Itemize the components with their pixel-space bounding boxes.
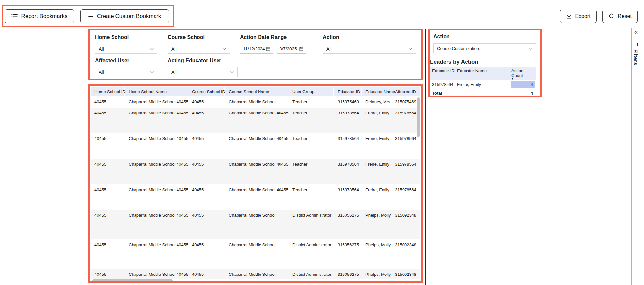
report-bookmarks-button[interactable]: Report Bookmarks — [5, 9, 74, 23]
table-cell: 315978564 — [334, 159, 362, 184]
create-custom-bookmark-label: Create Custom Bookmark — [97, 13, 161, 20]
table-cell: 315978564 — [391, 184, 417, 210]
table-cell: Chaparral Middle School 40455 — [125, 184, 188, 210]
chevron-down-icon — [150, 71, 154, 73]
start-date-value: 11/12/2024 — [243, 46, 265, 51]
affected-user-label: Affected User — [95, 58, 129, 64]
filters-pane-label[interactable]: Filters — [633, 49, 639, 65]
column-header[interactable]: Educator Name — [457, 67, 511, 80]
acting-educator-user-value: All — [171, 70, 177, 75]
table-cell: Phelps, Molly — [362, 210, 391, 239]
side-action-dropdown[interactable]: Course Customization — [433, 43, 536, 53]
table-cell: 40455 — [91, 159, 125, 184]
table-cell: Chaparral Middle School 40455 — [125, 239, 188, 269]
column-header[interactable]: Affected ID — [391, 87, 417, 96]
table-cell: 40455 — [188, 159, 225, 184]
acting-educator-user-label: Acting Educator User — [168, 58, 221, 64]
table-row[interactable]: 40455Chaparral Middle School 4045540455C… — [91, 210, 420, 239]
end-date-value: 8/7/2025 — [280, 46, 297, 51]
end-date-input[interactable]: 8/7/2025 — [277, 44, 306, 54]
table-cell: 40455 — [91, 133, 125, 159]
table-horizontal-scrollbar[interactable] — [92, 279, 173, 282]
table-row[interactable]: 40455Chaparral Middle School 4045540455C… — [91, 184, 420, 210]
table-cell: 315978564 — [391, 159, 417, 184]
table-cell: Chaparral Middle School 40455 — [125, 96, 188, 108]
table-cell: 315978564 — [334, 184, 362, 210]
table-cell: Chaparral Middle School 40455 — [225, 133, 288, 159]
reset-button[interactable]: Reset — [602, 10, 638, 23]
table-cell: 315978564 — [334, 133, 362, 159]
table-row[interactable]: 40455Chaparral Middle School 4045540455C… — [91, 269, 420, 279]
table-vertical-scrollbar[interactable] — [417, 97, 420, 137]
chevron-down-icon — [150, 48, 154, 50]
table-row[interactable]: 315978564 Freire, Emily 4 — [430, 80, 536, 89]
table-cell: 40455 — [188, 96, 225, 108]
column-header[interactable]: User Group — [288, 87, 334, 96]
course-school-dropdown[interactable]: All — [168, 44, 230, 54]
table-cell: Freire, Emily — [362, 133, 391, 159]
reset-label: Reset — [618, 13, 632, 19]
table-row[interactable]: 40455Chaparral Middle School 4045540455C… — [91, 96, 420, 108]
table-cell: Freire, Emily — [362, 184, 391, 210]
side-action-label: Action — [433, 34, 450, 40]
table-cell: 315978564 — [334, 108, 362, 133]
create-custom-bookmark-button[interactable]: Create Custom Bookmark — [80, 9, 169, 23]
total-value: 4 — [511, 91, 536, 96]
table-cell: Chaparral Middle School — [225, 210, 288, 239]
column-header[interactable]: Course School Name — [225, 87, 288, 96]
course-school-value: All — [171, 46, 177, 51]
table-cell: Chaparral Middle School 40455 — [225, 108, 288, 133]
table-cell: Chaparral Middle School 40455 — [225, 184, 288, 210]
table-cell: 40455 — [91, 96, 125, 108]
affected-user-dropdown[interactable]: All — [95, 67, 157, 77]
table-cell: Freire, Emily — [362, 108, 391, 133]
table-cell: 316056275 — [334, 239, 362, 269]
export-button[interactable]: Export — [560, 10, 597, 23]
table-cell: 40455 — [91, 108, 125, 133]
column-header[interactable]: Course School ID — [188, 87, 225, 96]
table-cell: 40455 — [91, 210, 125, 239]
double-chevron-left-icon[interactable]: « — [634, 29, 638, 36]
action-filter-dropdown[interactable]: All — [323, 44, 416, 54]
export-label: Export — [575, 13, 590, 19]
table-row[interactable]: 40455Chaparral Middle School 4045540455C… — [91, 159, 420, 184]
home-school-dropdown[interactable]: All — [95, 44, 157, 54]
table-cell: 315075469 — [334, 96, 362, 108]
table-cell: 40455 — [188, 184, 225, 210]
action-filter-value: All — [326, 46, 332, 51]
acting-educator-user-dropdown[interactable]: All — [168, 67, 238, 77]
table-cell: District Administrator — [288, 210, 334, 239]
table-cell: Chaparral Middle School 40455 — [125, 159, 188, 184]
chevron-down-icon — [408, 48, 412, 50]
column-header[interactable]: Educator Name — [362, 87, 391, 96]
column-header[interactable]: Home School Name — [125, 87, 188, 96]
audit-table: Home School IDHome School NameCourse Sch… — [91, 87, 420, 279]
course-school-label: Course School — [168, 34, 205, 40]
table-cell: Chaparral Middle School 40455 — [225, 159, 288, 184]
table-cell: Phelps, Molly — [362, 239, 391, 269]
chevron-down-icon — [222, 48, 226, 50]
calendar-icon — [299, 47, 303, 51]
chevron-down-icon — [230, 71, 234, 73]
column-header[interactable]: Home School ID — [91, 87, 125, 96]
filter-icon[interactable] — [635, 42, 640, 47]
table-cell: Chaparral Middle School 40455 — [125, 269, 188, 279]
column-header-sorted[interactable]: Action Count ▼ — [511, 67, 536, 80]
calendar-icon — [266, 47, 270, 51]
table-cell: Teacher — [288, 159, 334, 184]
table-row[interactable]: 40455Chaparral Middle School 4045540455C… — [91, 239, 420, 269]
table-cell: 315092348 — [391, 239, 417, 269]
table-cell: 315978564 — [391, 108, 417, 133]
column-header[interactable]: Educator ID — [334, 87, 362, 96]
total-label: Total — [430, 91, 511, 96]
table-row[interactable]: 40455Chaparral Middle School 4045540455C… — [91, 133, 420, 159]
table-cell: Teacher — [288, 133, 334, 159]
filters-pane-divider — [631, 28, 632, 285]
table-cell: Chaparral Middle School — [225, 269, 288, 279]
table-cell: Teacher — [288, 184, 334, 210]
table-cell: 315092348 — [391, 210, 417, 239]
table-cell: 40455 — [91, 239, 125, 269]
table-row[interactable]: 40455Chaparral Middle School 4045540455C… — [91, 108, 420, 133]
start-date-input[interactable]: 11/12/2024 — [240, 44, 273, 54]
column-header[interactable]: Educator ID — [430, 67, 457, 80]
